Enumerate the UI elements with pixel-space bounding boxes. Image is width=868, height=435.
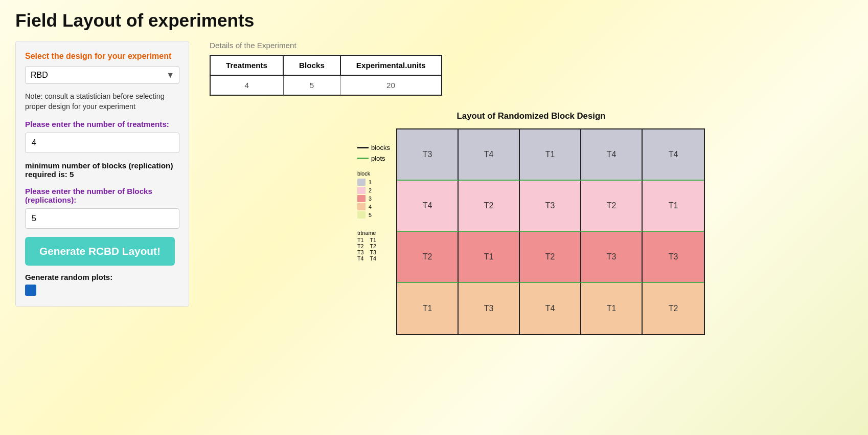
cell-label: T2 [607, 201, 616, 210]
trt-T2-val: T2 [370, 243, 376, 249]
legend-plots-label: plots [371, 155, 385, 162]
cell-label: T4 [423, 201, 432, 210]
design-select[interactable]: RBD CRD LSD [25, 66, 179, 84]
treatments-label: Please enter the number of treatments: [25, 120, 179, 128]
grid-cell: T2 [397, 232, 459, 283]
cell-label: T4 [607, 150, 616, 159]
grid-cell: T2 [459, 181, 520, 232]
min-blocks-text: minimum number of blocks (replication) r… [25, 161, 179, 179]
legend-block-1: 1 [357, 179, 390, 186]
page-title: Field Layout of experiments [15, 10, 853, 31]
grid-cell: T1 [397, 283, 459, 334]
grid-cell: T2 [520, 232, 581, 283]
col-header-blocks: Blocks [283, 55, 340, 75]
note-text: Note: consult a statistician before sele… [25, 91, 179, 112]
experiment-table: Treatments Blocks Experimental.units 4 5… [210, 55, 442, 96]
cell-label: T3 [484, 304, 494, 313]
diagram-title: Layout of Randomized Block Design [457, 111, 606, 121]
legend-blocks-label: blocks [371, 144, 390, 151]
generate-rcbd-button[interactable]: Generate RCBD Layout! [25, 237, 175, 266]
color-block-2 [357, 187, 366, 194]
legend-trt-row: T1 T2 T3 T4 T1 T2 T3 T4 [357, 237, 390, 262]
cell-label: T4 [669, 150, 678, 159]
cell-blocks: 5 [283, 75, 340, 95]
col-header-treatments: Treatments [210, 55, 283, 75]
trt-vals: T1 T2 T3 T4 [370, 237, 376, 262]
cell-label: T1 [423, 304, 432, 313]
block-5-num: 5 [369, 212, 372, 218]
legend-block-title: block [357, 170, 390, 177]
random-plots-label: Generate random plots: [25, 273, 179, 281]
color-block-1 [357, 179, 366, 186]
trt-T3-key: T3 [357, 249, 364, 255]
trt-T2-key: T2 [357, 243, 364, 249]
grid-cell: T4 [397, 181, 459, 232]
cell-label: T2 [423, 252, 432, 262]
cell-label: T3 [545, 201, 555, 210]
legend-area: blocks plots block 1 2 [357, 128, 390, 262]
cell-label: T3 [607, 252, 616, 262]
block-4-num: 4 [369, 204, 372, 210]
select-design-label: Select the design for your experiment [25, 52, 179, 61]
legend-plots-line: plots [357, 155, 390, 162]
random-plots-checkbox[interactable] [25, 285, 36, 296]
random-plots-row [25, 285, 179, 296]
trt-T1-val: T1 [370, 237, 376, 243]
legend-block-3: 3 [357, 195, 390, 202]
cell-treatments: 4 [210, 75, 283, 95]
blocks-input[interactable] [25, 208, 179, 229]
grid-cell: T4 [459, 129, 520, 181]
grid-cell: T1 [459, 232, 520, 283]
cell-label: T1 [545, 150, 555, 159]
block-2-num: 2 [369, 187, 372, 193]
right-panel: Details of the Experiment Treatments Blo… [210, 41, 853, 335]
cell-label: T3 [669, 252, 678, 262]
trt-T4-key: T4 [357, 255, 364, 262]
grid-cell: T3 [581, 232, 643, 283]
trt-keys: T1 T2 T3 T4 [357, 237, 364, 262]
grid-cell: T4 [581, 129, 643, 181]
color-block-3 [357, 195, 366, 202]
design-select-wrapper: RBD CRD LSD ▼ [25, 66, 179, 84]
cell-label: T1 [607, 304, 616, 313]
legend-block-section: block 1 2 3 [357, 170, 390, 220]
legend-blocks-line: blocks [357, 144, 390, 151]
details-title: Details of the Experiment [210, 41, 853, 50]
left-panel: Select the design for your experiment RB… [15, 41, 189, 307]
plots-line-icon [357, 158, 369, 159]
cell-label: T1 [669, 201, 678, 210]
blocks-line-icon [357, 147, 369, 148]
details-section: Details of the Experiment Treatments Blo… [210, 41, 853, 96]
grid-cell: T4 [520, 283, 581, 334]
grid-cell: T2 [581, 181, 643, 232]
treatments-input[interactable] [25, 133, 179, 153]
diagram-wrapper: blocks plots block 1 2 [357, 128, 705, 335]
grid-cell: T2 [643, 283, 704, 334]
grid-cell: T3 [459, 283, 520, 334]
legend-block-2: 2 [357, 187, 390, 194]
legend-trt-section: trtname T1 T2 T3 T4 T1 T2 [357, 230, 390, 262]
legend-block-4: 4 [357, 203, 390, 210]
trt-T4-val: T4 [370, 255, 376, 262]
cell-exp-units: 20 [340, 75, 442, 95]
cell-label: T4 [545, 304, 555, 313]
grid-cell: T3 [397, 129, 459, 181]
cell-label: T1 [484, 252, 494, 262]
col-header-exp-units: Experimental.units [340, 55, 442, 75]
block-3-num: 3 [369, 195, 372, 202]
blocks-label: Please enter the number of Blocks (repli… [25, 187, 179, 204]
block-1-num: 1 [369, 179, 372, 185]
cell-label: T2 [484, 201, 494, 210]
grid-cell: T1 [520, 129, 581, 181]
legend-block-5: 5 [357, 211, 390, 219]
grid-cell: T1 [643, 181, 704, 232]
grid-cell: T3 [520, 181, 581, 232]
trt-T3-val: T3 [370, 249, 376, 255]
cell-label: T2 [545, 252, 555, 262]
trtname-col-label: trtname [357, 230, 376, 236]
cell-label: T2 [669, 304, 678, 313]
color-block-4 [357, 203, 366, 210]
cell-label: T4 [484, 150, 494, 159]
grid-cell: T4 [643, 129, 704, 181]
grid-cell: T1 [581, 283, 643, 334]
